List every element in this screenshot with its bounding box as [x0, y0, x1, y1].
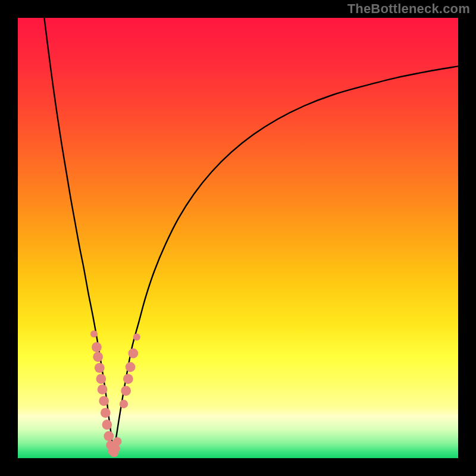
chart-frame: TheBottleneck.com [0, 0, 476, 476]
plot-svg [18, 18, 458, 458]
watermark-text: TheBottleneck.com [347, 1, 470, 17]
marker-point [111, 444, 120, 453]
marker-point [104, 431, 114, 441]
marker-point [128, 348, 138, 358]
marker-point [123, 374, 133, 384]
marker-point [92, 342, 102, 352]
marker-point [98, 384, 108, 394]
marker-point [102, 419, 112, 430]
marker-point [101, 408, 111, 418]
marker-point [126, 362, 136, 372]
marker-point [93, 352, 103, 362]
marker-point [121, 386, 131, 396]
marker-point [113, 437, 121, 446]
marker-point [90, 330, 98, 337]
marker-point [133, 334, 140, 341]
marker-point [99, 396, 109, 406]
marker-point [95, 363, 105, 373]
gradient-background [18, 18, 458, 458]
marker-point [120, 400, 128, 408]
plot-area [18, 18, 458, 458]
marker-point [96, 374, 106, 384]
